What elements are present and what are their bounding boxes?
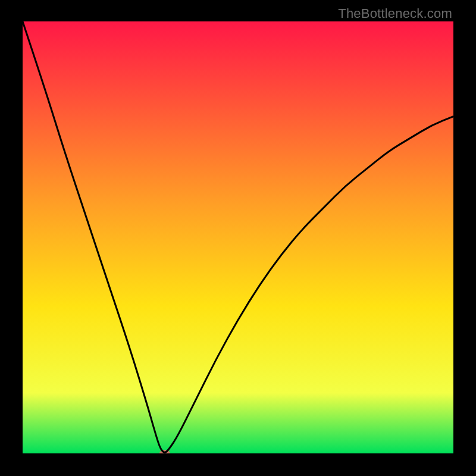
chart-svg — [23, 21, 453, 453]
gradient-background — [23, 21, 453, 453]
chart-frame: TheBottleneck.com — [0, 0, 476, 476]
watermark-text: TheBottleneck.com — [338, 6, 452, 21]
plot-area — [23, 21, 453, 453]
